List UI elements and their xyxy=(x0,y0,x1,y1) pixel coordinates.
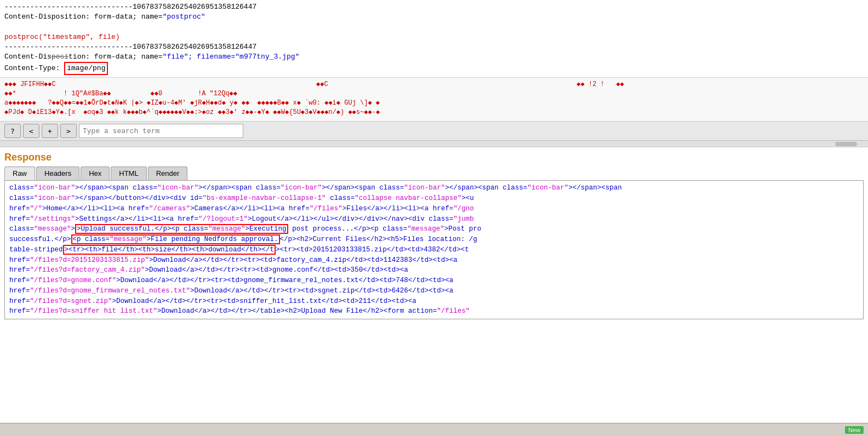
file-name-value: "file"; filename="m977tny_3.jpg" xyxy=(163,53,300,61)
response-section: Response Raw Headers Hex HTML Render cla… xyxy=(0,147,868,319)
html-line-13: href="/files?d=sniffer hit list.txt">Dow… xyxy=(9,306,859,317)
new-badge: New xyxy=(845,426,864,434)
help-button[interactable]: ? xyxy=(4,124,21,138)
content-disp-line5: Content-Disposition: form-data; name="fi… xyxy=(4,53,299,61)
response-title: Response xyxy=(4,152,864,163)
red-box-table: ><tr><th>file</th><th>size</th><th>downl… xyxy=(63,245,276,255)
response-tabs: Raw Headers Hex HTML Render xyxy=(4,167,864,180)
add-button[interactable]: + xyxy=(42,124,58,138)
prev-button[interactable]: < xyxy=(23,124,39,138)
binary-line1: ◆◆◆ JFIFHH◆◆C ◆◆C ◆◆ !2 ! ◆◆ xyxy=(4,80,864,89)
next-button[interactable]: > xyxy=(60,124,77,138)
html-response-content: class="icon-bar"></span><span class="ico… xyxy=(4,180,864,319)
content-type-label: Content-Type: image/png xyxy=(4,64,108,72)
html-line-12: href="/files?d=sgnet.zip">Download</a></… xyxy=(9,296,859,307)
html-line-4: href="/settings">Settings</a></li><li><a… xyxy=(9,214,859,225)
boundary-line4: ------------------------------1067837582… xyxy=(4,43,256,51)
binary-content: ◆◆◆ JFIFHH◆◆C ◆◆C ◆◆ !2 ! ◆◆ ◆◆* ! 1Q"A#… xyxy=(0,78,868,122)
html-line-10: href="/files?d=gnome.conf">Download</a><… xyxy=(9,276,859,286)
red-box-pending: <p class="message">File pending Nedfords… xyxy=(71,234,280,244)
search-input[interactable] xyxy=(79,124,243,138)
boundary-line1: ------------------------------1067837582… xyxy=(4,3,256,11)
scrollbar-area[interactable] xyxy=(0,141,868,147)
tab-headers[interactable]: Headers xyxy=(36,167,79,180)
binary-line2: ◆◆* ! 1Q"A#$Ba◆◆ ◆◆0 !A "12Qq◆◆ xyxy=(4,89,864,99)
content-type-box: image/png xyxy=(64,62,108,75)
html-line-2: class="icon-bar"></span></button></div><… xyxy=(9,193,859,204)
raw-content-area: ------------------------------1067837582… xyxy=(0,0,868,78)
html-line-9: href="/files?d=factory_cam_4.zip">Downlo… xyxy=(9,265,859,276)
html-line-1: class="icon-bar"></span><span class="ico… xyxy=(9,183,859,193)
postproc-func: postproc("timestamp", file) xyxy=(4,33,120,41)
binary-line3: a◆◆◆◆◆◆◆ ?◆◆Q◆◆=◆◆1◆ÕrD◆t◆N◆K |◆> ◆IZ◆u-… xyxy=(4,99,864,108)
tab-raw[interactable]: Raw xyxy=(4,167,35,180)
status-bar: New xyxy=(0,423,868,436)
main-container: ------------------------------1067837582… xyxy=(0,0,868,436)
postproc-value: "postproc" xyxy=(163,13,205,21)
tab-html[interactable]: HTML xyxy=(111,167,146,180)
tab-hex[interactable]: Hex xyxy=(81,167,110,180)
content-disp-line2: Content-Disposition: form-data; name="po… xyxy=(4,13,205,21)
html-line-6: successful.</p><p class="message">File p… xyxy=(9,234,859,245)
tab-render[interactable]: Render xyxy=(148,167,188,180)
toolbar: ? < + > xyxy=(0,122,868,141)
red-box-upload: >Upload successful.</p><p class="message… xyxy=(75,224,288,234)
html-line-3: href="/">Home</a></li><li><a href="/came… xyxy=(9,204,859,214)
html-line-11: href="/files?d=gnome_firmware_rel_notes.… xyxy=(9,286,859,296)
html-line-5: class="message">>Upload successful.</p><… xyxy=(9,224,859,234)
scrollbar-thumb[interactable] xyxy=(835,142,857,146)
binary-line4: ◆PJd◆ D◆iE13◆Y◆.[x ◆oq◆3 ◆◆k k◆◆◆b◆^`q◆◆… xyxy=(4,108,864,117)
html-line-7: table-striped><tr><th>file</th><th>size<… xyxy=(9,245,859,255)
html-line-8: href="/files?d=20151203133815.zip">Downl… xyxy=(9,255,859,266)
